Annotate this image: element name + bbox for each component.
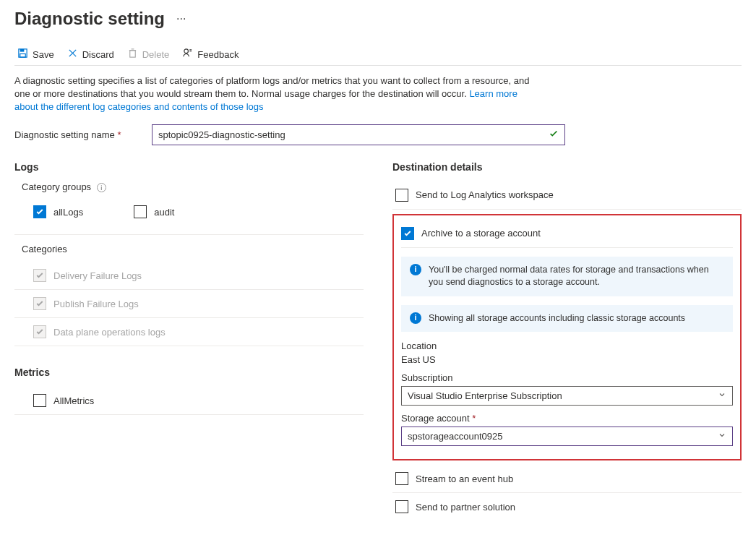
intro-text: A diagnostic setting specifies a list of… <box>14 74 535 114</box>
subscription-select[interactable]: Visual Studio Enterprise Subscription <box>401 386 733 406</box>
check-icon <box>549 129 559 141</box>
info-box-charges: i You'll be charged normal data rates fo… <box>401 257 733 296</box>
subscription-label: Subscription <box>401 372 733 383</box>
data-plane-label: Data plane operations logs <box>53 327 166 338</box>
law-label[interactable]: Send to Log Analytics workspace <box>416 189 554 200</box>
audit-checkbox[interactable] <box>134 205 147 218</box>
publish-failure-checkbox <box>33 297 46 310</box>
location-label: Location <box>401 340 733 351</box>
page-title: Diagnostic setting <box>14 9 165 29</box>
info-text-2: Showing all storage accounts including c… <box>429 312 685 325</box>
storage-account-label: Storage account * <box>401 413 733 424</box>
diagnostic-name-value: sptopic0925-diagnostic-setting <box>158 129 285 140</box>
trash-icon <box>127 48 138 61</box>
publish-failure-label: Publish Failure Logs <box>53 299 139 309</box>
logs-heading: Logs <box>14 161 364 173</box>
discard-button[interactable]: Discard <box>67 48 114 61</box>
save-button[interactable]: Save <box>17 48 54 61</box>
save-icon <box>17 48 28 61</box>
diagnostic-name-input[interactable]: sptopic0925-diagnostic-setting <box>152 124 565 145</box>
storage-account-select[interactable]: spstorageaccount0925 <box>401 427 733 446</box>
metrics-heading: Metrics <box>14 367 364 378</box>
feedback-label: Feedback <box>197 49 239 60</box>
more-actions-button[interactable]: ··· <box>172 11 190 27</box>
close-icon <box>67 48 78 61</box>
intro-text-body: A diagnostic setting specifies a list of… <box>14 75 529 99</box>
feedback-icon <box>182 48 193 61</box>
destination-details-heading: Destination details <box>392 161 742 173</box>
allmetrics-label[interactable]: AllMetrics <box>53 395 94 406</box>
diagnostic-name-label: Diagnostic setting name * <box>14 129 123 140</box>
delivery-failure-checkbox <box>33 269 46 282</box>
subscription-value: Visual Studio Enterprise Subscription <box>408 390 562 401</box>
audit-label[interactable]: audit <box>154 207 174 218</box>
svg-rect-2 <box>20 53 26 57</box>
chevron-down-icon <box>718 431 726 442</box>
alllogs-checkbox[interactable] <box>33 205 46 218</box>
category-groups-label: Category groups i <box>14 181 364 193</box>
archive-storage-section: Archive to a storage account i You'll be… <box>392 214 742 461</box>
eventhub-checkbox[interactable] <box>395 472 408 485</box>
archive-label[interactable]: Archive to a storage account <box>421 228 541 239</box>
svg-rect-1 <box>20 49 25 52</box>
command-bar: Save Discard Delete Feedback <box>14 43 742 66</box>
partner-label[interactable]: Send to partner solution <box>416 502 515 513</box>
eventhub-label[interactable]: Stream to an event hub <box>416 473 513 484</box>
partner-checkbox[interactable] <box>395 500 408 513</box>
allmetrics-checkbox[interactable] <box>33 394 46 407</box>
archive-checkbox[interactable] <box>401 227 414 240</box>
discard-label: Discard <box>82 49 114 60</box>
data-plane-checkbox <box>33 325 46 338</box>
info-text-1: You'll be charged normal data rates for … <box>429 264 724 289</box>
info-icon: i <box>410 264 421 275</box>
delivery-failure-label: Delivery Failure Logs <box>53 270 142 281</box>
save-label: Save <box>33 49 54 60</box>
feedback-button[interactable]: Feedback <box>182 48 239 61</box>
info-box-all-accounts: i Showing all storage accounts including… <box>401 305 733 333</box>
chevron-down-icon <box>718 390 726 401</box>
info-icon: i <box>410 312 421 324</box>
svg-point-8 <box>184 49 189 53</box>
delete-button: Delete <box>127 48 170 61</box>
alllogs-label[interactable]: allLogs <box>53 207 83 218</box>
svg-rect-5 <box>129 51 135 57</box>
delete-label: Delete <box>142 49 170 60</box>
storage-account-value: spstorageaccount0925 <box>408 431 503 442</box>
law-checkbox[interactable] <box>395 189 408 202</box>
categories-label: Categories <box>14 234 364 254</box>
info-icon[interactable]: i <box>97 183 106 192</box>
location-value: East US <box>401 354 733 365</box>
